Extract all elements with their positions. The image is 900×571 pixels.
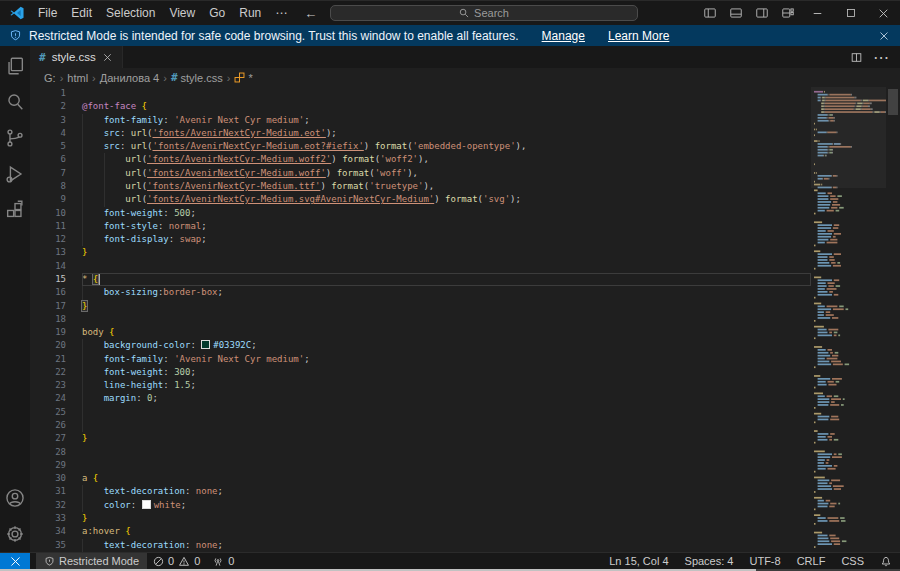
code-line[interactable]: 9 url('fonts/AvenirNextCyr-Medium.svg#Av… bbox=[30, 193, 811, 206]
notifications-bell-icon[interactable] bbox=[872, 553, 900, 569]
status-ports[interactable]: 0 bbox=[206, 553, 240, 569]
scrollbar-thumb[interactable] bbox=[888, 89, 898, 115]
line-number: 10 bbox=[30, 207, 66, 220]
code-line[interactable]: 35 text-decoration: none; bbox=[30, 539, 811, 552]
code-line[interactable]: 14 bbox=[30, 260, 811, 273]
toggle-secondary-sidebar-icon[interactable] bbox=[749, 1, 775, 26]
learn-more-link[interactable]: Learn More bbox=[608, 29, 669, 43]
menu-bar: FileEditSelectionViewGoRun⋯ bbox=[31, 1, 294, 26]
code-line[interactable]: 24 margin: 0; bbox=[30, 392, 811, 405]
status-cursor-position[interactable]: Ln 15, Col 4 bbox=[601, 553, 676, 569]
code-line[interactable]: 11 font-style: normal; bbox=[30, 220, 811, 233]
explorer-icon[interactable] bbox=[3, 54, 27, 78]
status-indentation[interactable]: Spaces: 4 bbox=[677, 553, 742, 569]
breadcrumb-item[interactable]: G: bbox=[44, 72, 56, 84]
color-swatch[interactable] bbox=[201, 340, 210, 349]
tab-close-icon[interactable] bbox=[102, 52, 113, 63]
accounts-icon[interactable] bbox=[3, 486, 27, 510]
status-encoding[interactable]: UTF-8 bbox=[741, 553, 788, 569]
code-line-content: text-decoration: none; bbox=[82, 539, 811, 552]
settings-icon[interactable] bbox=[3, 522, 27, 546]
code-line[interactable]: 27} bbox=[30, 432, 811, 445]
split-editor-icon[interactable] bbox=[850, 51, 863, 64]
menu-run[interactable]: Run bbox=[232, 1, 268, 26]
status-restricted-mode[interactable]: Restricted Mode bbox=[36, 553, 147, 569]
code-line[interactable]: 7 url('fonts/AvenirNextCyr-Medium.woff')… bbox=[30, 167, 811, 180]
code-line[interactable]: 4 src: url('fonts/AvenirNextCyr-Medium.e… bbox=[30, 127, 811, 140]
code-editor[interactable]: 1 2@font-face {3 font-family: 'Avenir Ne… bbox=[30, 87, 811, 552]
errors-icon bbox=[153, 556, 164, 567]
code-line[interactable]: 12 font-display: swap; bbox=[30, 233, 811, 246]
remote-indicator[interactable] bbox=[0, 553, 30, 569]
status-eol[interactable]: CRLF bbox=[789, 553, 834, 569]
code-line[interactable]: 6 url('fonts/AvenirNextCyr-Medium.woff2'… bbox=[30, 153, 811, 166]
code-line[interactable]: 10 font-weight: 500; bbox=[30, 207, 811, 220]
code-line[interactable]: 21 font-family: 'Avenir Next Cyr medium'… bbox=[30, 353, 811, 366]
maximize-icon[interactable] bbox=[834, 1, 867, 26]
line-number: 27 bbox=[30, 432, 66, 445]
toggle-sidebar-icon[interactable] bbox=[697, 1, 723, 26]
minimap[interactable] bbox=[811, 87, 886, 552]
line-number: 11 bbox=[30, 220, 66, 233]
code-line[interactable]: 2@font-face { bbox=[30, 100, 811, 113]
status-language[interactable]: CSS bbox=[833, 553, 872, 569]
code-line[interactable]: 16 box-sizing:border-box; bbox=[30, 286, 811, 299]
code-line[interactable]: 17} bbox=[30, 300, 811, 313]
tab-style-css[interactable]: # style.css bbox=[30, 46, 123, 68]
line-number: 20 bbox=[30, 339, 66, 352]
code-line[interactable]: 31 text-decoration: none; bbox=[30, 485, 811, 498]
code-line[interactable]: 18 bbox=[30, 313, 811, 326]
breadcrumb-item[interactable]: Данилова 4 bbox=[100, 72, 159, 84]
code-line[interactable]: 20 background-color: #03392C; bbox=[30, 339, 811, 352]
code-line-content: font-style: normal; bbox=[82, 220, 811, 233]
code-line[interactable]: 3 font-family: 'Avenir Next Cyr medium'; bbox=[30, 114, 811, 127]
code-line-content: src: url('fonts/AvenirNextCyr-Medium.eot… bbox=[82, 127, 811, 140]
command-center-search[interactable]: Search bbox=[330, 5, 638, 21]
code-line[interactable]: 1 bbox=[30, 87, 811, 100]
source-control-icon[interactable] bbox=[3, 126, 27, 150]
minimap-slider[interactable] bbox=[811, 87, 886, 188]
menu-[interactable]: ⋯ bbox=[268, 1, 294, 26]
code-line-content: font-family: 'Avenir Next Cyr medium'; bbox=[82, 114, 811, 127]
banner-close-icon[interactable] bbox=[878, 30, 890, 42]
color-swatch[interactable] bbox=[142, 500, 151, 509]
breadcrumb-item[interactable]: html bbox=[67, 72, 88, 84]
minimize-icon[interactable] bbox=[801, 1, 834, 26]
breadcrumb-item[interactable]: #style.css bbox=[171, 71, 223, 84]
code-line[interactable]: 32 color: white; bbox=[30, 499, 811, 512]
status-problems[interactable]: 0 0 bbox=[147, 553, 206, 569]
code-line-content: a { bbox=[82, 472, 811, 485]
code-line[interactable]: 15* { bbox=[30, 273, 811, 286]
code-line[interactable]: 13} bbox=[30, 246, 811, 259]
code-line[interactable]: 25 bbox=[30, 406, 811, 419]
more-actions-icon[interactable]: ⋯ bbox=[873, 48, 890, 67]
code-line[interactable]: 28 bbox=[30, 446, 811, 459]
code-line[interactable]: 29 bbox=[30, 459, 811, 472]
code-line[interactable]: 8 url('fonts/AvenirNextCyr-Medium.ttf') … bbox=[30, 180, 811, 193]
code-line[interactable]: 22 font-weight: 300; bbox=[30, 366, 811, 379]
code-line[interactable]: 33} bbox=[30, 512, 811, 525]
code-line[interactable]: 23 line-height: 1.5; bbox=[30, 379, 811, 392]
code-line-content bbox=[82, 313, 811, 326]
menu-go[interactable]: Go bbox=[202, 1, 232, 26]
breadcrumb-symbol[interactable]: * bbox=[234, 72, 252, 84]
back-icon[interactable]: ← bbox=[304, 6, 317, 21]
menu-edit[interactable]: Edit bbox=[64, 1, 99, 26]
customize-layout-icon[interactable] bbox=[775, 1, 801, 26]
toggle-panel-icon[interactable] bbox=[723, 1, 749, 26]
code-line[interactable]: 5 src: url('fonts/AvenirNextCyr-Medium.e… bbox=[30, 140, 811, 153]
menu-view[interactable]: View bbox=[162, 1, 202, 26]
close-window-icon[interactable] bbox=[867, 1, 900, 26]
extensions-icon[interactable] bbox=[3, 198, 27, 222]
code-line[interactable]: 26 bbox=[30, 419, 811, 432]
code-line[interactable]: 34a:hover { bbox=[30, 525, 811, 538]
line-number: 32 bbox=[30, 499, 66, 512]
search-icon[interactable] bbox=[3, 90, 27, 114]
menu-selection[interactable]: Selection bbox=[99, 1, 162, 26]
manage-link[interactable]: Manage bbox=[542, 29, 585, 43]
menu-file[interactable]: File bbox=[31, 1, 64, 26]
workbench: # style.css ⋯ G:›html›Данилова 4›#style.… bbox=[0, 46, 900, 552]
run-and-debug-icon[interactable] bbox=[3, 162, 27, 186]
code-line[interactable]: 30a { bbox=[30, 472, 811, 485]
code-line[interactable]: 19body { bbox=[30, 326, 811, 339]
